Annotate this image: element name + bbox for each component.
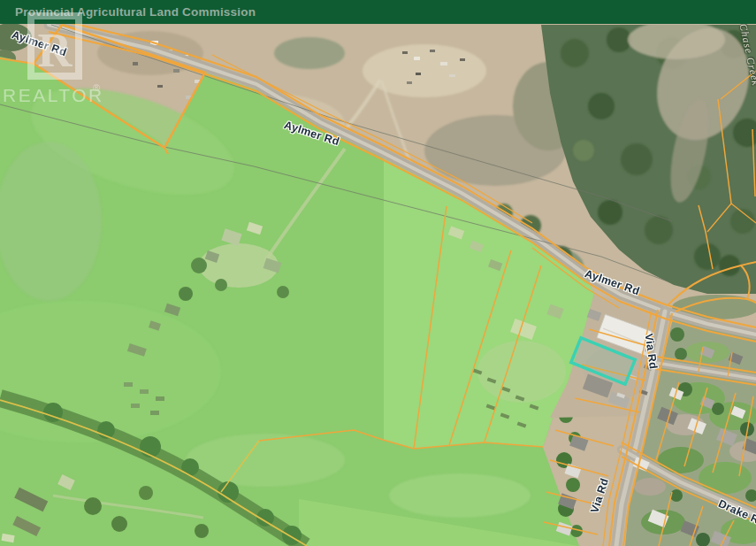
map-canvas[interactable]: [0, 0, 756, 546]
header-title: Provincial Agricultural Land Commission: [0, 5, 256, 19]
map-viewer-window: Aylmer Rd Aylmer Rd Aylmer Rd Via Rd Via…: [0, 0, 756, 546]
header-bar: Provincial Agricultural Land Commission: [0, 0, 756, 24]
